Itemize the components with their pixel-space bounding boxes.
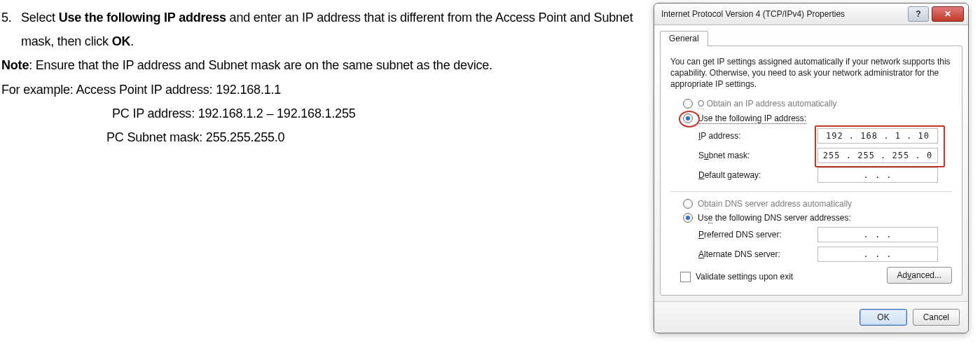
- step-text-a: Select: [21, 11, 59, 25]
- row-ip-address: IIP address:P address: 192 . 168 . 1 . 1…: [698, 128, 952, 144]
- step-bold-use-ip: Use the following IP address: [59, 11, 226, 25]
- step-number: 5.: [1, 6, 21, 29]
- radio-obtain-ip-label: O: [698, 99, 704, 109]
- note-label: Note: [1, 58, 29, 72]
- row-default-gateway: Default gateway: . . .: [698, 167, 952, 183]
- cancel-button[interactable]: Cancel: [913, 309, 960, 326]
- label-alternate-dns: Alternate DNS server:: [698, 249, 817, 259]
- step-line2-ok: OK: [112, 34, 131, 48]
- label-subnet-mask: Subnet mask:: [698, 151, 817, 160]
- instruction-text: 5. Select Use the following IP address a…: [0, 0, 654, 360]
- input-ip-address[interactable]: 192 . 168 . 1 . 10: [817, 128, 938, 144]
- input-preferred-dns[interactable]: . . .: [817, 227, 938, 242]
- example-line: For example: Access Point IP address: 19…: [1, 78, 640, 102]
- radio-use-dns[interactable]: Use the following DNS server addresses:: [683, 213, 952, 223]
- info-text: You can get IP settings assigned automat…: [670, 56, 952, 90]
- input-alternate-dns[interactable]: . . .: [817, 247, 938, 262]
- input-default-gateway[interactable]: . . .: [817, 167, 938, 183]
- step-body: Select Use the following IP address and …: [21, 6, 640, 29]
- row-alternate-dns: Alternate DNS server: . . .: [698, 247, 952, 262]
- input-subnet-mask[interactable]: 255 . 255 . 255 . 0: [817, 148, 938, 163]
- divider: [670, 191, 952, 192]
- radio-icon: [683, 199, 693, 209]
- step-text-c: and enter an IP address that is differen…: [226, 11, 633, 25]
- label-default-gateway: Default gateway:: [698, 170, 817, 180]
- dialog-title: Internet Protocol Version 4 (TCP/IPv4) P…: [661, 9, 905, 19]
- close-icon: ✕: [944, 9, 951, 19]
- tcpip-properties-dialog: Internet Protocol Version 4 (TCP/IPv4) P…: [654, 3, 969, 333]
- radio-obtain-ip-text: Obtain an IP address automatically: [707, 99, 837, 109]
- close-button[interactable]: ✕: [932, 6, 964, 22]
- dialog-titlebar: Internet Protocol Version 4 (TCP/IPv4) P…: [654, 4, 968, 25]
- radio-use-ip[interactable]: Use the following IP address:: [683, 113, 952, 124]
- step-line2-c: .: [130, 34, 134, 48]
- radio-obtain-ip[interactable]: O Obtain an IP address automatically: [683, 99, 952, 109]
- checkbox-validate-label: Validate settings upon exit: [696, 272, 793, 282]
- ok-button[interactable]: OK: [860, 309, 906, 326]
- label-preferred-dns: Preferred DNS server:: [698, 230, 817, 240]
- pc-ip-line: PC IP address: 192.168.1.2 – 192.168.1.2…: [1, 102, 640, 125]
- radio-icon: [683, 99, 693, 109]
- checkbox-icon: [680, 272, 691, 282]
- tab-body: You can get IP settings assigned automat…: [660, 46, 962, 296]
- help-button[interactable]: ?: [908, 6, 929, 22]
- row-subnet-mask: Subnet mask: 255 . 255 . 255 . 0: [698, 148, 952, 163]
- step-line2-a: mask, then click: [21, 34, 112, 48]
- label-ip-address: IIP address:P address:: [698, 131, 817, 141]
- radio-icon: [683, 113, 693, 123]
- tab-general[interactable]: General: [660, 31, 708, 46]
- help-icon: ?: [916, 9, 920, 19]
- radio-use-ip-label: Use the following IP address:: [698, 113, 806, 124]
- pc-mask-line: PC Subnet mask: 255.255.255.0: [1, 125, 640, 149]
- row-preferred-dns: Preferred DNS server: . . .: [698, 227, 952, 242]
- note-text: : Ensure that the IP address and Subnet …: [29, 58, 492, 72]
- radio-icon: [683, 213, 693, 223]
- advanced-button[interactable]: Advanced...: [887, 267, 952, 284]
- dialog-footer: OK Cancel: [654, 301, 968, 333]
- radio-obtain-dns[interactable]: Obtain DNS server address automatically: [683, 199, 952, 209]
